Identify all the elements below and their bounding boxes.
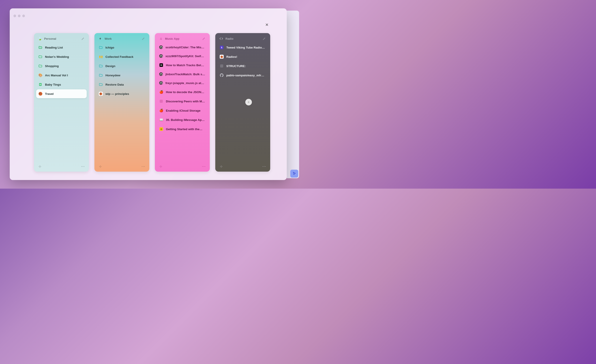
item-label: Reading List [45,46,63,49]
sidebar-item[interactable]: scottrhoyt/Cider: The Mis… [157,43,208,52]
move-icon [38,165,41,168]
item-label: scottrhoyt/Cider: The Mis… [165,46,204,49]
github-icon [159,81,163,85]
move-icon [159,165,162,168]
move-handle[interactable] [159,164,163,169]
spaces-window: 🍃 Personal Reading List Nolan's Wedding … [10,8,287,180]
sidebar-item[interactable]: 🏀 wip — principles [97,89,147,98]
move-handle[interactable] [38,164,42,169]
edit-space-button[interactable] [142,37,145,41]
sidebar-item[interactable]: Honeydew [97,71,147,80]
add-space-button[interactable] [245,99,252,105]
item-label: Getting Started with the… [166,127,202,131]
item-label: Design [105,64,115,68]
folder-icon [99,73,103,77]
more-button[interactable]: ··· [142,164,145,169]
sidebar-item[interactable]: Reading List [36,43,87,52]
ellipsis-icon: ··· [262,164,266,169]
item-label: Enabling iCloud Storage [166,109,201,112]
apple-icon: 🍎 [159,109,163,112]
window-close-button[interactable] [14,15,16,17]
space-title: Work [104,37,139,40]
code-icon [219,37,223,41]
space-title: Personal [44,37,79,40]
item-label: Discovering Peers with M… [166,100,205,103]
medium-icon: M [159,63,163,67]
sidebar-item[interactable]: Design [97,61,147,70]
sidebar-item[interactable]: k Tweed Viking Tube Radio… [217,43,268,52]
sidebar-item[interactable]: 🍎 Enabling iCloud Storage [157,106,208,115]
move-handle[interactable] [98,164,102,169]
pencil-icon [142,37,145,40]
item-label: Restore Data [105,83,124,86]
github-icon [159,45,163,49]
app-favicon-icon: ⊙ [159,127,163,131]
more-button[interactable]: ··· [262,164,266,169]
edit-space-button[interactable] [202,37,206,41]
edit-space-button[interactable] [262,37,266,41]
sidebar-item[interactable]: 🎨 Arc Manual Vol I [36,71,87,80]
sidebar-item[interactable]: 🍎 How to decode the JSON… [157,88,208,97]
window-zoom-button[interactable] [22,15,25,17]
move-icon [99,165,102,168]
item-label: Arc Manual Vol I [45,74,68,77]
sidebar-item[interactable]: 📖 35. Building iMessage Ap… [157,115,208,124]
item-label: How to Match Tracks Bet… [166,64,204,67]
window-minimize-button[interactable] [18,15,21,17]
item-label: How to decode the JSON… [166,90,204,94]
sidebar-item[interactable]: 🙌 Collected Feedback [97,52,147,61]
move-handle[interactable] [219,164,223,169]
sidebar-item[interactable]: freyr-js/apple_music.js at… [157,79,208,87]
item-label: Collected Feedback [105,55,134,59]
item-label: STRUCTURE: [226,64,246,68]
sidebar-item[interactable]: Shopping [36,61,87,70]
window-controls [14,15,25,17]
sidebar-item[interactable]: Baby Tings [36,80,87,89]
ellipsis-icon: ··· [142,164,145,169]
sidebar-item[interactable]: xzzz9097/SpotifyKit: Swif… [157,52,208,60]
raised-hands-icon: 🙌 [99,55,103,59]
item-label: xzzz9097/SpotifyKit: Swif… [165,54,204,58]
item-label: Shopping [45,64,59,68]
close-icon [265,23,269,26]
sidebar-item[interactable]: 🏀 Travel [36,89,87,98]
sidebar-item[interactable]: Ichigo [97,43,147,52]
sidebar-item[interactable]: M How to Match Tracks Bet… [157,61,208,69]
item-label: Ichigo [105,46,114,49]
more-button[interactable]: ··· [202,164,206,169]
sidebar-item[interactable]: ⊙ Getting Started with the… [157,125,208,134]
item-label: pablo-sampaio/easy_mfr… [226,74,264,77]
dribbble-icon: 🏀 [220,55,224,59]
sidebar-item[interactable]: Restore Data [97,80,147,89]
pencil-icon [202,37,205,40]
spaces-row: 🍃 Personal Reading List Nolan's Wedding … [34,33,270,172]
github-icon [220,73,224,77]
dribbble-icon: 🏀 [99,92,103,96]
item-label: Tweed Viking Tube Radio… [226,46,265,49]
sidebar-item[interactable]: Discovering Peers with M… [157,97,208,106]
sidebar-item[interactable]: pablo-sampaio/easy_mfr… [217,71,268,80]
dribbble-icon: 🏀 [38,92,42,96]
folder-icon [99,45,103,49]
sidebar-item[interactable]: Nolan's Wedding [36,52,87,61]
more-button[interactable]: ··· [81,164,85,169]
cursor-tool-button[interactable] [290,170,298,178]
sidebar-item[interactable]: STRUCTURE: [217,61,268,70]
sheets-icon [38,82,42,87]
space-music[interactable]: ♫ Music App scottrhoyt/Cider: The Mis… x… [155,33,210,172]
book-icon: 📖 [159,118,163,122]
bolt-icon [98,37,102,41]
sidebar-item[interactable]: jlnbxn/TrackMatch: Bulk s… [157,70,208,78]
item-label: 35. Building iMessage Ap… [166,118,205,122]
space-work[interactable]: Work Ichigo 🙌 Collected Feedback Design … [94,33,149,172]
item-label: Travel [45,92,54,96]
folder-icon [99,64,103,68]
space-radio[interactable]: Radio k Tweed Viking Tube Radio… 🏀 Radio… [215,33,270,172]
close-overlay-button[interactable] [264,22,269,27]
sidebar-item[interactable]: 🏀 Radios! [217,52,268,61]
leaf-icon: 🍃 [38,37,42,41]
space-personal[interactable]: 🍃 Personal Reading List Nolan's Wedding … [34,33,89,172]
cursor-icon [292,172,296,176]
favicon-icon: k [220,45,224,49]
edit-space-button[interactable] [81,37,85,41]
